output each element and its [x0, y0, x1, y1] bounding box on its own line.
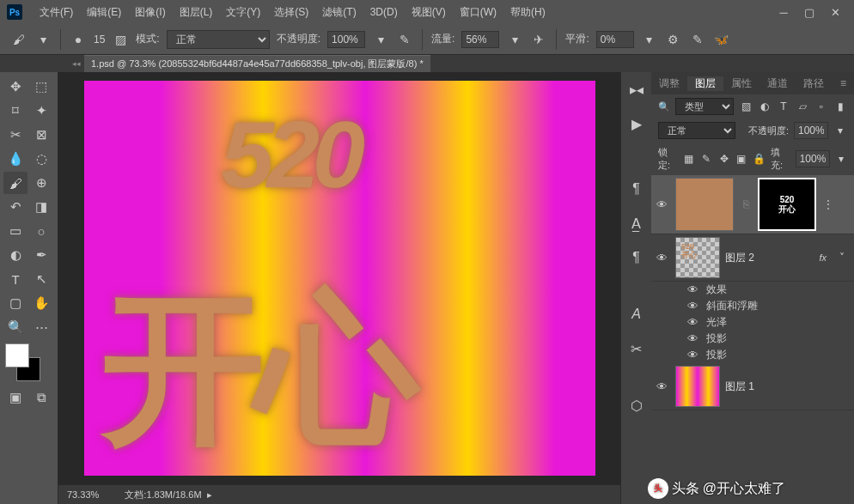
- layer-mask-thumbnail[interactable]: 520 开心: [758, 178, 816, 231]
- visibility-icon[interactable]: 👁: [656, 198, 670, 211]
- chevron-down-icon[interactable]: ▾: [641, 31, 658, 48]
- tool-preset-icon[interactable]: 🖌: [10, 31, 27, 48]
- filter-type-select[interactable]: 类型: [675, 98, 734, 115]
- layer-thumbnail[interactable]: [675, 178, 734, 231]
- lock-brush-icon[interactable]: ✎: [700, 152, 712, 166]
- lock-artboard-icon[interactable]: ▣: [735, 152, 747, 166]
- collapse-icon[interactable]: ◂◂: [69, 58, 84, 70]
- effect-item[interactable]: 👁投影: [651, 331, 854, 347]
- tab-paths[interactable]: 路径: [796, 76, 832, 91]
- paragraph-panel-icon[interactable]: ¶: [626, 179, 647, 199]
- maximize-button[interactable]: ▢: [797, 3, 821, 21]
- filter-pixel-icon[interactable]: ▧: [739, 100, 753, 113]
- close-button[interactable]: ✕: [823, 3, 847, 21]
- brush-preview-icon[interactable]: ●: [70, 31, 87, 48]
- chevron-down-icon[interactable]: ▾: [506, 31, 523, 48]
- hand-tool[interactable]: ✋: [29, 292, 53, 314]
- styles-panel-icon[interactable]: A: [626, 304, 647, 325]
- opacity-input[interactable]: [327, 31, 365, 48]
- visibility-icon[interactable]: 👁: [687, 316, 701, 329]
- effect-item[interactable]: 👁斜面和浮雕: [651, 298, 854, 314]
- symmetry-icon[interactable]: 🦋: [713, 31, 730, 48]
- layer-row[interactable]: 👁 图层 1: [651, 363, 854, 410]
- 3d-panel-icon[interactable]: ⬡: [626, 395, 647, 416]
- menu-window[interactable]: 窗口(W): [453, 5, 503, 20]
- menu-edit[interactable]: 编辑(E): [80, 5, 128, 20]
- doc-info[interactable]: 文档:1.83M/18.6M ▸: [125, 489, 211, 501]
- gear-icon[interactable]: ⚙: [665, 31, 682, 48]
- screen-mode-icon[interactable]: ⧉: [29, 386, 53, 409]
- layer-row[interactable]: 👁 ⎘ 520 开心 ⋮: [651, 175, 854, 234]
- eraser-tool[interactable]: ◨: [29, 196, 53, 218]
- frame-tool[interactable]: ⊠: [29, 124, 53, 146]
- tools-panel-icon[interactable]: ✂: [626, 338, 647, 359]
- menu-3d[interactable]: 3D(D): [363, 6, 405, 18]
- pressure-opacity-icon[interactable]: ✎: [396, 31, 413, 48]
- more-icon[interactable]: ⋮: [821, 197, 835, 211]
- history-panel-icon[interactable]: ▸◂: [626, 79, 647, 100]
- lock-position-icon[interactable]: ✥: [717, 152, 729, 166]
- layer-row[interactable]: 👁 520开心 图层 2 fx ˅: [651, 234, 854, 282]
- gradient-tool[interactable]: ▭: [3, 220, 27, 242]
- filter-adjust-icon[interactable]: ◐: [758, 100, 772, 113]
- chevron-down-icon[interactable]: ˅: [835, 251, 849, 264]
- tab-layers[interactable]: 图层: [687, 76, 723, 91]
- chevron-down-icon[interactable]: ▾: [34, 31, 52, 48]
- type-tool[interactable]: T: [3, 268, 27, 290]
- lasso-tool[interactable]: ⌑: [3, 100, 27, 122]
- pressure-size-icon[interactable]: ✎: [689, 31, 706, 48]
- filter-shape-icon[interactable]: ▱: [796, 100, 809, 113]
- glyphs-panel-icon[interactable]: ¶: [626, 247, 647, 268]
- history-brush-tool[interactable]: ↶: [3, 196, 27, 218]
- foreground-color[interactable]: [5, 343, 29, 367]
- menu-select[interactable]: 选择(S): [267, 5, 315, 20]
- visibility-icon[interactable]: 👁: [687, 300, 701, 313]
- tab-properties[interactable]: 属性: [723, 76, 759, 91]
- quick-mask-icon[interactable]: ▣: [3, 386, 27, 409]
- smooth-input[interactable]: [596, 31, 634, 48]
- menu-type[interactable]: 文字(Y): [219, 5, 267, 20]
- menu-help[interactable]: 帮助(H): [503, 5, 552, 20]
- fill-input[interactable]: [796, 150, 830, 167]
- patch-tool[interactable]: ◌: [29, 148, 53, 170]
- lock-all-icon[interactable]: 🔒: [753, 152, 766, 166]
- visibility-icon[interactable]: 👁: [687, 349, 701, 361]
- effect-item[interactable]: 👁投影: [651, 347, 854, 363]
- minimize-button[interactable]: ─: [772, 3, 796, 21]
- pen-tool[interactable]: ✒: [29, 244, 53, 266]
- blend-mode-select[interactable]: 正常: [167, 30, 270, 49]
- airbrush-icon[interactable]: ✈: [530, 31, 547, 48]
- fx-badge[interactable]: fx: [819, 252, 827, 263]
- visibility-icon[interactable]: 👁: [687, 332, 701, 345]
- zoom-tool[interactable]: 🔍: [3, 316, 27, 338]
- layer-name[interactable]: 图层 2: [725, 251, 754, 265]
- move-tool[interactable]: ✥: [3, 76, 27, 98]
- menu-filter[interactable]: 滤镜(T): [315, 5, 363, 20]
- blur-tool[interactable]: ○: [29, 220, 53, 242]
- visibility-icon[interactable]: 👁: [656, 252, 670, 264]
- dodge-tool[interactable]: ◐: [3, 244, 27, 266]
- canvas[interactable]: 520 开心: [84, 81, 595, 476]
- filter-smart-icon[interactable]: ▫: [814, 100, 828, 113]
- eyedropper-tool[interactable]: 💧: [3, 148, 27, 170]
- menu-file[interactable]: 文件(F): [33, 5, 80, 20]
- character-panel-icon[interactable]: A̲: [626, 213, 647, 234]
- crop-tool[interactable]: ✂: [3, 124, 27, 146]
- path-select-tool[interactable]: ↖: [29, 268, 53, 290]
- document-tab[interactable]: 1.psd @ 73.3% (20855324bf6d4487a4e45a77d…: [84, 55, 430, 72]
- brush-tool[interactable]: 🖌: [3, 172, 27, 194]
- stamp-tool[interactable]: ⊕: [29, 172, 53, 194]
- panel-menu-icon[interactable]: ≡: [833, 77, 854, 89]
- tab-channels[interactable]: 通道: [759, 76, 796, 91]
- brush-panel-icon[interactable]: ▨: [112, 31, 129, 48]
- layer-thumbnail[interactable]: 520开心: [675, 237, 720, 278]
- shape-tool[interactable]: ▢: [3, 292, 27, 314]
- chevron-down-icon[interactable]: ▾: [833, 124, 847, 137]
- flow-input[interactable]: [461, 31, 499, 48]
- filter-toggle-icon[interactable]: ▮: [833, 100, 847, 113]
- chevron-down-icon[interactable]: ▾: [835, 152, 847, 166]
- layer-opacity-input[interactable]: [794, 122, 828, 139]
- menu-layer[interactable]: 图层(L): [173, 5, 220, 20]
- layer-thumbnail[interactable]: [675, 366, 720, 407]
- color-swatches[interactable]: [5, 343, 52, 381]
